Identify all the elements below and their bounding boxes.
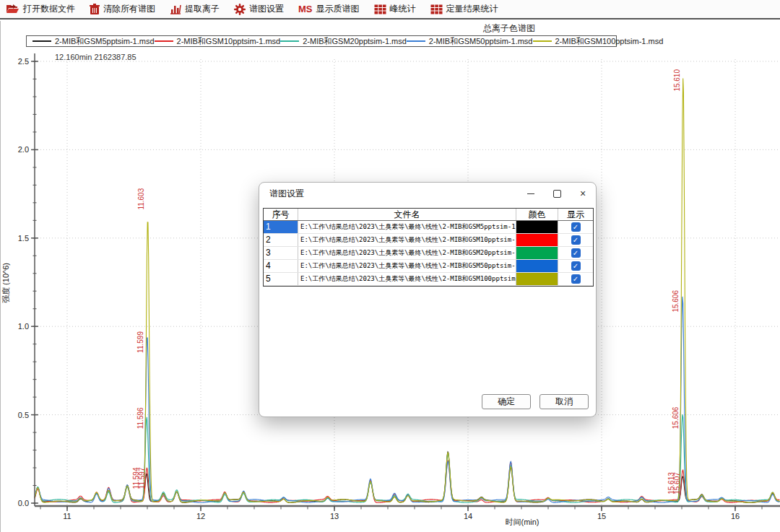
legend-item: 2-MIB和GSM100pptsim-1.msd: [533, 36, 664, 47]
cancel-button[interactable]: 取消: [540, 394, 589, 409]
color-cell[interactable]: [516, 260, 558, 272]
clear-all-spectra-button[interactable]: 清除所有谱图: [90, 3, 155, 15]
trash-icon: [90, 4, 100, 15]
legend-item: 2-MIB和GSM20pptsim-1.msd: [280, 36, 407, 47]
file-path-cell[interactable]: E:\工作\结果总结\2023\土臭素等\最终\线性\2-MIB和GSM10pp…: [298, 234, 516, 246]
legend-item: 2-MIB和GSM5pptsim-1.msd: [32, 36, 155, 47]
show-checkbox[interactable]: ✓: [571, 235, 581, 245]
show-cell: ✓: [558, 234, 593, 246]
row-number-cell[interactable]: 4: [264, 260, 298, 272]
color-swatch[interactable]: [516, 247, 558, 259]
legend-label: 2-MIB和GSM20pptsim-1.msd: [303, 36, 407, 47]
legend-line-sample: [32, 40, 51, 42]
toolbar: 打开数据文件 清除所有谱图 提取离子 谱图设置 MS 显示质谱图 峰统计 定量结…: [0, 0, 780, 19]
show-checkbox[interactable]: ✓: [571, 222, 581, 232]
spectrum-settings-button[interactable]: 谱图设置: [234, 3, 284, 15]
column-header-no: 序号: [264, 209, 298, 220]
x-tick-label: 13: [330, 512, 339, 520]
file-path-cell[interactable]: E:\工作\结果总结\2023\土臭素等\最终\线性\2-MIB和GSM20pp…: [298, 247, 516, 259]
legend-line-sample: [407, 40, 425, 42]
x-axis-label: 时间(min): [505, 518, 539, 526]
color-cell[interactable]: [516, 221, 558, 233]
show-cell: ✓: [558, 260, 593, 272]
color-cell[interactable]: [516, 234, 558, 246]
peak-statistics-button[interactable]: 峰统计: [374, 3, 416, 15]
legend-label: 2-MIB和GSM10pptsim-1.msd: [177, 36, 281, 47]
peak-label: 15.606: [672, 290, 680, 313]
y-axis-label: 强度 (10^6): [1, 263, 10, 303]
dialog-titlebar[interactable]: 谱图设置 ×: [259, 183, 596, 204]
file-table: 序号 文件名 颜色 显示 1E:\工作\结果总结\2023\土臭素等\最终\线性…: [263, 208, 594, 287]
legend-line-sample: [280, 40, 299, 42]
close-button[interactable]: ×: [570, 183, 596, 204]
gear-icon: [234, 4, 246, 15]
row-number-cell[interactable]: 3: [264, 247, 298, 259]
legend-label: 2-MIB和GSM100pptsim-1.msd: [555, 36, 664, 47]
legend-item: 2-MIB和GSM10pptsim-1.msd: [155, 36, 281, 47]
color-swatch[interactable]: [516, 273, 558, 285]
table-icon: [374, 4, 386, 14]
file-path-cell[interactable]: E:\工作\结果总结\2023\土臭素等\最终\线性\2-MIB和GSM100p…: [298, 273, 516, 285]
open-data-file-button[interactable]: 打开数据文件: [6, 3, 75, 15]
peak-label: 11.596: [136, 407, 144, 429]
table-row[interactable]: 2E:\工作\结果总结\2023\土臭素等\最终\线性\2-MIB和GSM10p…: [264, 234, 593, 247]
y-tick-label: 1.0: [18, 322, 29, 331]
column-header-color: 颜色: [516, 209, 558, 220]
table-row[interactable]: 3E:\工作\结果总结\2023\土臭素等\最终\线性\2-MIB和GSM20p…: [264, 247, 593, 260]
ok-button[interactable]: 确定: [482, 394, 531, 409]
peak-label: 11.603: [137, 188, 145, 209]
show-cell: ✓: [558, 273, 593, 285]
y-tick-label: 2.5: [18, 57, 29, 66]
chromatogram-icon: [170, 4, 181, 14]
ms-icon: MS: [298, 4, 313, 14]
y-tick-label: 1.5: [18, 234, 29, 243]
spectrum-settings-dialog: 谱图设置 × 序号 文件名 颜色 显示 1E:\工作\结果总结\2023\土臭素…: [259, 182, 597, 417]
close-icon: ×: [580, 188, 586, 199]
x-tick-label: 14: [464, 512, 472, 520]
quantitative-results-button[interactable]: 定量结果统计: [430, 3, 498, 15]
toolbar-label: 显示质谱图: [316, 3, 360, 15]
table-row[interactable]: 5E:\工作\结果总结\2023\土臭素等\最终\线性\2-MIB和GSM100…: [264, 273, 593, 286]
chart-legend: 2-MIB和GSM5pptsim-1.msd2-MIB和GSM10pptsim-…: [26, 35, 617, 47]
maximize-button[interactable]: [544, 183, 570, 204]
y-tick-label: 2.0: [18, 145, 29, 154]
row-number-cell[interactable]: 5: [264, 273, 298, 285]
table-row[interactable]: 4E:\工作\结果总结\2023\土臭素等\最终\线性\2-MIB和GSM50p…: [264, 260, 593, 273]
file-path-cell[interactable]: E:\工作\结果总结\2023\土臭素等\最终\线性\2-MIB和GSM50pp…: [298, 260, 516, 272]
show-checkbox[interactable]: ✓: [571, 261, 581, 271]
peak-label: 11.594: [132, 467, 140, 489]
minimize-icon: [527, 193, 534, 194]
chart-title: 总离子色谱图: [404, 22, 614, 35]
folder-open-icon: [6, 4, 20, 14]
peak-label: 15.610: [673, 69, 681, 92]
minimize-button[interactable]: [518, 183, 544, 204]
extract-ions-button[interactable]: 提取离子: [170, 3, 220, 15]
dialog-title: 谱图设置: [269, 188, 304, 200]
show-checkbox[interactable]: ✓: [571, 248, 581, 258]
toolbar-label: 谱图设置: [249, 3, 284, 15]
show-cell: ✓: [558, 247, 593, 259]
color-swatch[interactable]: [516, 221, 558, 233]
show-cell: ✓: [558, 221, 593, 233]
cursor-annotation: 12.160min 2162387.85: [55, 53, 136, 61]
table-header-row: 序号 文件名 颜色 显示: [264, 209, 593, 221]
legend-line-sample: [533, 40, 552, 42]
show-checkbox[interactable]: ✓: [571, 274, 581, 284]
color-cell[interactable]: [516, 273, 558, 285]
file-path-cell[interactable]: E:\工作\结果总结\2023\土臭素等\最终\线性\2-MIB和GSM5ppt…: [298, 221, 516, 233]
legend-label: 2-MIB和GSM50pptsim-1.msd: [429, 36, 533, 47]
table-row[interactable]: 1E:\工作\结果总结\2023\土臭素等\最终\线性\2-MIB和GSM5pp…: [264, 221, 593, 234]
y-tick-label: 0.0: [18, 499, 29, 507]
table-icon: [430, 4, 443, 14]
row-number-cell[interactable]: 2: [264, 234, 298, 246]
maximize-icon: [553, 190, 561, 198]
column-header-show: 显示: [558, 209, 593, 220]
x-tick-label: 15: [597, 512, 606, 520]
color-cell[interactable]: [516, 247, 558, 259]
toolbar-label: 提取离子: [185, 3, 220, 15]
row-number-cell[interactable]: 1: [264, 221, 298, 233]
color-swatch[interactable]: [516, 234, 558, 246]
show-mass-spectrum-button[interactable]: MS 显示质谱图: [298, 3, 360, 15]
color-swatch[interactable]: [516, 260, 558, 272]
x-tick-label: 11: [63, 512, 71, 520]
